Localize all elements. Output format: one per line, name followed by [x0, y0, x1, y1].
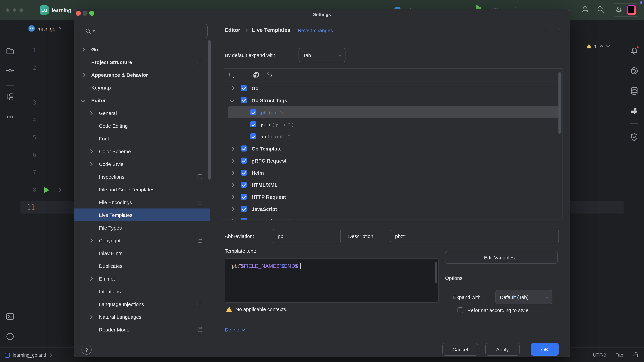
run-gutter-icon[interactable]	[44, 187, 49, 193]
tree-item-inlay-hints[interactable]: Inlay Hints	[74, 247, 210, 259]
template-group-helm[interactable]: Helm	[228, 167, 558, 179]
tree-item-color-scheme[interactable]: Color Scheme	[74, 145, 210, 158]
checkbox-checked[interactable]	[241, 194, 247, 200]
checkbox-checked[interactable]	[250, 121, 256, 127]
checkbox-checked[interactable]	[241, 218, 247, 220]
revert-changes-link[interactable]: Revert changes	[298, 27, 333, 33]
inspections-widget[interactable]: 1	[586, 43, 610, 49]
more-tool-windows-icon[interactable]	[4, 111, 16, 123]
tree-item-emmet[interactable]: Emmet	[74, 272, 210, 285]
problems-icon[interactable]	[4, 331, 16, 342]
checkbox-checked[interactable]	[241, 182, 247, 188]
tree-item-natural-languages[interactable]: Natural Languages	[74, 310, 210, 323]
template-list-scrollbar[interactable]	[558, 72, 561, 134]
template-group-grpc-request[interactable]: gRPC Request	[228, 155, 558, 167]
unlock-icon[interactable]	[632, 351, 639, 359]
status-encoding[interactable]: UTF-8	[593, 352, 606, 358]
tree-item-copyright[interactable]: Copyright	[74, 234, 210, 247]
search-options-chevron-icon[interactable]	[92, 30, 95, 32]
checkbox-checked[interactable]	[241, 97, 247, 103]
checkbox-checked[interactable]	[241, 206, 247, 212]
tree-item-appearance-behavior[interactable]: Appearance & Behavior	[74, 68, 210, 81]
add-user-icon[interactable]	[581, 5, 590, 15]
plugin-icon[interactable]	[628, 106, 640, 117]
duplicate-template-button[interactable]	[252, 70, 260, 79]
edit-variables-button[interactable]: Edit Variables...	[445, 251, 558, 264]
tree-item-language-injections[interactable]: Language Injections	[74, 298, 210, 310]
gear-icon[interactable]: ⚙	[616, 6, 622, 14]
template-row-pb[interactable]: pb(pb:"")	[228, 106, 558, 118]
template-group-javascript-testing[interactable]: JavaScript Testing	[228, 215, 558, 220]
tree-item-project-structure[interactable]: Project Structure	[74, 56, 210, 68]
search-everywhere-icon[interactable]	[596, 5, 605, 15]
checkbox-checked[interactable]	[250, 109, 256, 115]
checkbox-checked[interactable]	[241, 158, 247, 164]
fold-chevron-icon[interactable]	[57, 188, 61, 192]
template-row-json[interactable]: json(`json:""`)	[228, 118, 558, 130]
tree-item-duplicates[interactable]: Duplicates	[74, 259, 210, 272]
tree-item-inspections[interactable]: Inspections	[74, 170, 210, 183]
define-contexts-link[interactable]: Define	[225, 327, 245, 333]
tree-item-reader-mode[interactable]: Reader Mode	[74, 323, 210, 336]
template-group-javascript[interactable]: JavaScript	[228, 203, 558, 215]
shield-check-icon[interactable]	[628, 131, 640, 143]
tree-item-editor[interactable]: Editor	[74, 94, 210, 107]
structure-icon[interactable]	[4, 91, 16, 103]
tree-item-font[interactable]: Font	[74, 132, 210, 145]
tree-item-code-editing[interactable]: Code Editing	[74, 119, 210, 132]
tree-item-file-and-code-templates[interactable]: File and Code Templates	[74, 183, 210, 196]
status-indent[interactable]: Tab	[616, 352, 623, 358]
breadcrumb-parent[interactable]: Editor	[225, 27, 240, 33]
expand-with-dropdown[interactable]: Default (Tab)	[496, 290, 552, 304]
tree-item-go[interactable]: Go	[74, 43, 210, 56]
reformat-checkbox[interactable]	[458, 307, 463, 313]
tree-item-code-style[interactable]: Code Style	[74, 158, 210, 170]
project-folder-icon[interactable]	[4, 45, 16, 57]
apply-button[interactable]: Apply	[485, 343, 520, 356]
tree-item-file-encodings[interactable]: File Encodings	[74, 196, 210, 209]
database-icon[interactable]	[628, 85, 640, 96]
editor-tab-main-go[interactable]: main.go ×	[24, 20, 66, 37]
terminal-icon[interactable]	[4, 311, 16, 322]
checkbox-checked[interactable]	[241, 85, 247, 91]
default-expand-dropdown[interactable]: Tab	[298, 48, 346, 62]
add-template-button[interactable]: +	[226, 70, 234, 79]
ok-button[interactable]: OK	[531, 343, 559, 356]
window-traffic-lights-dimmed[interactable]	[6, 8, 23, 12]
tree-item-general[interactable]: General	[74, 107, 210, 119]
restore-defaults-button[interactable]	[265, 70, 273, 79]
commit-icon[interactable]	[4, 65, 16, 76]
tree-item-intentions[interactable]: Intentions	[74, 285, 210, 298]
template-group-http-request[interactable]: HTTP Request	[228, 191, 558, 203]
template-group-go-template[interactable]: Go Template	[228, 142, 558, 155]
cancel-button[interactable]: Cancel	[442, 343, 478, 356]
checkbox-checked[interactable]	[241, 145, 247, 151]
abbreviation-field[interactable]: pb	[273, 229, 341, 243]
description-field[interactable]: pb:""	[390, 229, 559, 243]
chevron-up-icon[interactable]	[599, 44, 604, 48]
template-row-xml[interactable]: xml(`xml:""`)	[228, 130, 558, 142]
project-name[interactable]: learning	[52, 0, 71, 20]
tree-item-file-types[interactable]: File Types	[74, 221, 210, 234]
template-group-html-xml[interactable]: HTML/XML	[228, 179, 558, 191]
chevron-down-icon[interactable]	[606, 44, 610, 48]
notifications-bell-icon[interactable]	[628, 45, 640, 57]
help-button[interactable]: ?	[82, 345, 92, 355]
template-group-go[interactable]: Go	[228, 82, 558, 94]
tab-close-icon[interactable]: ×	[58, 25, 62, 32]
tree-scrollbar[interactable]	[208, 40, 211, 180]
ai-assistant-icon[interactable]	[628, 65, 640, 76]
template-text-editor[interactable]: `pb:"$FIELD_NAME$"$END$`	[225, 258, 439, 303]
checkbox-checked[interactable]	[241, 170, 247, 176]
template-group-go-struct-tags[interactable]: Go Struct Tags	[228, 94, 558, 106]
settings-search-input[interactable]	[81, 24, 208, 38]
back-arrow-icon[interactable]: ←	[543, 25, 550, 33]
status-project-name[interactable]: learning_goland	[13, 352, 46, 358]
template-text-scrollbar[interactable]	[435, 262, 438, 283]
goland-logo-icon[interactable]	[627, 5, 636, 15]
tree-item-live-templates[interactable]: Live Templates	[74, 209, 210, 221]
remove-template-button[interactable]: −	[238, 70, 247, 79]
checkbox-checked[interactable]	[250, 133, 256, 139]
forward-arrow-icon[interactable]: →	[556, 25, 562, 33]
tab-label[interactable]: main.go	[38, 26, 56, 31]
